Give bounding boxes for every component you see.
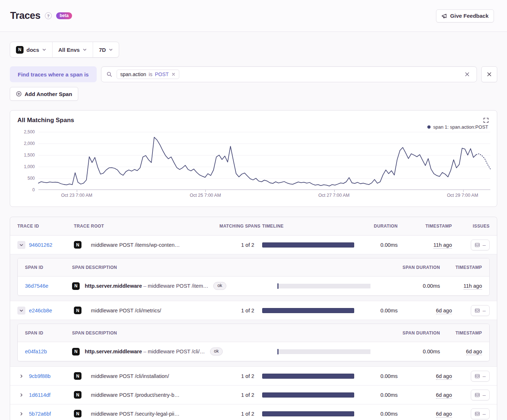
expand-row-button[interactable] xyxy=(17,391,25,399)
date-range-selector[interactable]: 7D xyxy=(93,42,119,57)
matching-spans-chart-card: All Matching Spans span 1: span.action:P… xyxy=(10,110,497,207)
find-traces-label: Find traces where a span is xyxy=(10,66,97,82)
y-tick-label: 1,000 xyxy=(17,164,35,169)
filter-token-key: span.action xyxy=(120,71,146,77)
timestamp-value: 6d ago xyxy=(436,373,452,380)
y-tick-label: 500 xyxy=(17,176,35,181)
timeline-bar xyxy=(262,392,354,398)
project-selector-label: docs xyxy=(26,47,39,53)
span-search-input[interactable]: span.action is POST xyxy=(101,66,477,82)
nextjs-logo-icon: N xyxy=(74,410,81,417)
traces-table-header: TRACE ID TRACE ROOT MATCHING SPANS TIMEL… xyxy=(10,217,497,236)
expand-chart-icon[interactable] xyxy=(482,117,490,124)
table-row: e246cb8e N middleware POST /cli/metrics/… xyxy=(10,301,497,320)
legend-dot-icon xyxy=(427,125,431,129)
nextjs-logo-icon: N xyxy=(72,282,80,290)
x-axis-labels: Oct 23 7:00 AMOct 25 7:00 AMOct 27 7:00 … xyxy=(38,192,490,201)
issues-icon xyxy=(475,242,480,248)
issues-button[interactable]: – xyxy=(471,240,490,250)
page-title: Traces xyxy=(10,10,41,21)
nextjs-logo-icon: N xyxy=(74,391,81,399)
chevron-down-icon xyxy=(19,308,24,313)
span-table-header: SPAN ID SPAN DESCRIPTION SPAN DURATION T… xyxy=(18,258,489,276)
col-span-duration: SPAN DURATION xyxy=(377,265,440,270)
issues-icon xyxy=(475,392,480,398)
matching-spans-count: 1 of 2 xyxy=(219,373,254,379)
search-icon xyxy=(106,71,112,77)
chevron-right-icon xyxy=(19,374,24,378)
y-tick-label: 2,500 xyxy=(17,129,35,134)
duration-value: 0.00ms xyxy=(361,411,398,417)
project-selector[interactable]: N docs xyxy=(10,42,52,57)
matching-spans-count: 1 of 2 xyxy=(219,308,254,313)
span-id-link[interactable]: e04fa12b xyxy=(25,349,47,354)
col-span-description: SPAN DESCRIPTION xyxy=(71,330,270,336)
collapse-row-button[interactable] xyxy=(17,307,25,315)
separator: – xyxy=(142,283,148,289)
timestamp-value: 6d ago xyxy=(436,392,452,399)
timeline-bar xyxy=(262,411,354,416)
issues-button[interactable]: – xyxy=(471,390,490,400)
col-timeline: TIMELINE xyxy=(254,224,361,229)
x-tick-label: Oct 29 7:00 AM xyxy=(447,193,478,198)
table-row: 5b72a6bf N middleware POST /security-leg… xyxy=(10,404,497,420)
filter-token[interactable]: span.action is POST xyxy=(117,70,179,79)
col-timestamp: TIMESTAMP xyxy=(398,224,452,229)
give-feedback-label: Give Feedback xyxy=(450,13,489,19)
timeline-bar xyxy=(262,242,354,248)
span-timeline-bar xyxy=(278,284,370,288)
remove-span-filter-button[interactable] xyxy=(481,66,497,82)
expand-row-button[interactable] xyxy=(17,410,25,418)
trace-id-link[interactable]: 1d6114df xyxy=(29,392,50,398)
trace-id-link[interactable]: 94601262 xyxy=(29,242,53,248)
help-icon[interactable]: ? xyxy=(45,12,52,19)
issues-button[interactable]: – xyxy=(471,371,490,382)
trace-root-label: middleware POST /items/wp-conten… xyxy=(91,242,180,248)
trace-root-label: middleware POST /cli/installation/ xyxy=(91,373,169,379)
y-tick-label: 2,000 xyxy=(17,141,35,146)
col-matching-spans: MATCHING SPANS xyxy=(219,224,254,229)
expand-row-button[interactable] xyxy=(17,372,25,380)
chevron-down-icon xyxy=(19,243,24,247)
x-tick-label: Oct 27 7:00 AM xyxy=(318,193,349,198)
col-span-duration: SPAN DURATION xyxy=(377,330,440,336)
separator: – xyxy=(142,349,148,354)
issues-icon xyxy=(475,411,480,416)
issues-button[interactable]: – xyxy=(471,408,490,419)
col-span-timestamp: TIMESTAMP xyxy=(440,330,482,336)
environment-selector[interactable]: All Envs xyxy=(52,42,93,57)
nested-span-table: SPAN ID SPAN DESCRIPTION SPAN DURATION T… xyxy=(10,254,497,301)
col-span-timestamp: TIMESTAMP xyxy=(440,265,482,270)
megaphone-icon xyxy=(441,13,447,19)
chevron-right-icon xyxy=(19,412,24,416)
spans-line-chart xyxy=(38,132,490,192)
table-row: 9cb9f88b N middleware POST /cli/installa… xyxy=(10,367,497,386)
col-issues: ISSUES xyxy=(452,224,490,229)
trace-id-link[interactable]: 9cb9f88b xyxy=(29,373,51,379)
remove-token-icon[interactable] xyxy=(171,72,176,76)
issues-count: – xyxy=(483,373,486,379)
span-id-link[interactable]: 36d7546e xyxy=(25,283,49,289)
issues-button[interactable]: – xyxy=(471,305,490,316)
y-tick-label: 1,500 xyxy=(17,153,35,158)
matching-spans-count: 1 of 2 xyxy=(219,242,254,248)
trace-id-link[interactable]: 5b72a6bf xyxy=(29,411,51,417)
give-feedback-button[interactable]: Give Feedback xyxy=(436,9,494,22)
col-duration: DURATION xyxy=(361,224,398,229)
add-another-span-button[interactable]: Add Another Span xyxy=(10,87,78,101)
chart-legend[interactable]: span 1: span.action:POST xyxy=(427,124,488,130)
chevron-down-icon xyxy=(42,47,46,52)
span-timestamp-value: 6d ago xyxy=(466,349,482,355)
trace-root-label: middleware POST /product/sentry-b… xyxy=(91,392,180,398)
chart-plot-area xyxy=(38,132,490,190)
table-row: 94601262 N middleware POST /items/wp-con… xyxy=(10,236,497,254)
issues-icon xyxy=(475,308,480,313)
clear-search-icon[interactable] xyxy=(463,70,472,79)
collapse-row-button[interactable] xyxy=(17,241,25,249)
duration-value: 0.00ms xyxy=(361,242,398,248)
trace-id-link[interactable]: e246cb8e xyxy=(29,308,52,313)
add-another-span-label: Add Another Span xyxy=(25,91,72,97)
date-range-selector-label: 7D xyxy=(99,47,106,53)
matching-spans-count: 1 of 2 xyxy=(219,392,254,398)
chart-title: All Matching Spans xyxy=(17,117,74,124)
